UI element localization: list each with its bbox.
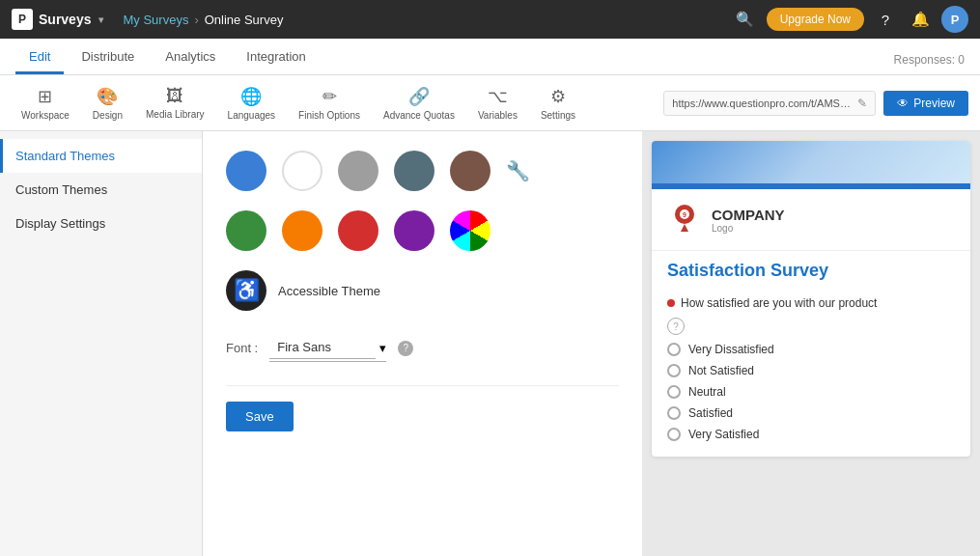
survey-header: [652, 141, 970, 189]
tab-edit[interactable]: Edit: [15, 42, 64, 74]
workspace-tool[interactable]: ⊞ Workspace: [12, 82, 79, 125]
url-edit-icon[interactable]: ✎: [857, 97, 867, 110]
design-icon: 🎨: [97, 86, 118, 107]
media-library-icon: 🖼: [166, 86, 183, 106]
toolbar-right: https://www.questionpro.com/t/AMSm7... ✎…: [663, 91, 968, 116]
preview-icon: 👁: [897, 97, 909, 110]
font-select-wrapper: Fira Sans Arial Roboto ▾: [269, 334, 386, 362]
notifications-button[interactable]: 🔔: [907, 6, 934, 33]
theme-dark-gray[interactable]: [394, 151, 434, 191]
sidebar-item-display-settings[interactable]: Display Settings: [0, 207, 202, 240]
languages-icon: 🌐: [240, 86, 262, 107]
settings-icon: ⚙: [550, 86, 566, 107]
accessible-theme-icon[interactable]: ♿: [226, 270, 266, 311]
toolbar: ⊞ Workspace 🎨 Design 🖼 Media Library 🌐 L…: [0, 75, 980, 131]
company-sub: Logo: [712, 223, 785, 234]
theme-blue[interactable]: [226, 151, 266, 191]
main-content: Standard Themes Custom Themes Display Se…: [0, 131, 980, 556]
app-dropdown-arrow[interactable]: ▾: [98, 14, 103, 25]
question-help-icon: ?: [667, 318, 685, 335]
variables-icon: ⌥: [488, 86, 508, 107]
help-button[interactable]: ?: [872, 6, 899, 33]
url-text: https://www.questionpro.com/t/AMSm7...: [672, 97, 852, 109]
preview-button[interactable]: 👁 Preview: [883, 91, 968, 116]
option-very-satisfied[interactable]: Very Satisfied: [667, 428, 955, 441]
settings-tool[interactable]: ⚙ Settings: [531, 82, 585, 125]
survey-title-area: Satisfaction Survey: [652, 251, 970, 289]
option-very-dissatisfied[interactable]: Very Dissatisfied: [667, 343, 955, 356]
theme-settings-icon[interactable]: 🔧: [506, 159, 530, 182]
option-neutral[interactable]: Neutral: [667, 385, 955, 399]
search-button[interactable]: 🔍: [732, 6, 759, 33]
theme-green[interactable]: [226, 210, 266, 251]
font-label: Font :: [226, 341, 258, 355]
font-dropdown-arrow: ▾: [379, 341, 386, 355]
app-logo[interactable]: P Surveys ▾: [12, 9, 103, 30]
save-button[interactable]: Save: [226, 402, 294, 431]
advance-quotas-tool[interactable]: 🔗 Advance Quotas: [374, 82, 464, 125]
sidebar-item-custom-themes[interactable]: Custom Themes: [0, 173, 202, 207]
required-dot: [667, 299, 675, 307]
survey-url-bar: https://www.questionpro.com/t/AMSm7... ✎: [663, 91, 876, 116]
svg-text:9: 9: [683, 211, 686, 218]
sidebar-item-standard-themes[interactable]: Standard Themes: [0, 139, 202, 173]
tab-bar: Edit Distribute Analytics Integration Re…: [0, 39, 980, 75]
breadcrumb-link[interactable]: My Surveys: [123, 13, 188, 27]
company-logo-icon: 9: [667, 201, 702, 238]
accessible-theme-label: Accessible Theme: [278, 284, 380, 298]
radio-circle: [667, 406, 681, 420]
top-bar-right: 🔍 Upgrade Now ? 🔔 P: [732, 6, 968, 33]
radio-circle: [667, 428, 681, 441]
preview-panel: 9 COMPANY Logo Satisfaction Survey How s…: [642, 131, 980, 556]
finish-options-tool[interactable]: ✏ Finish Options: [289, 82, 370, 125]
theme-row-1: 🔧: [226, 151, 619, 191]
radio-circle: [667, 385, 681, 399]
theme-orange[interactable]: [282, 210, 322, 251]
upgrade-button[interactable]: Upgrade Now: [767, 8, 864, 31]
theme-row-2: [226, 210, 619, 251]
tab-distribute[interactable]: Distribute: [68, 42, 148, 74]
design-tool[interactable]: 🎨 Design: [83, 82, 132, 125]
finish-options-icon: ✏: [322, 86, 337, 107]
theme-gray[interactable]: [338, 151, 378, 191]
theme-white[interactable]: [282, 151, 322, 191]
theme-multicolor[interactable]: [450, 210, 490, 251]
media-library-tool[interactable]: 🖼 Media Library: [136, 82, 214, 124]
tab-analytics[interactable]: Analytics: [152, 42, 229, 74]
breadcrumb-current: Online Survey: [205, 13, 284, 27]
accessible-theme-row: ♿ Accessible Theme: [226, 270, 619, 311]
theme-brown[interactable]: [450, 151, 490, 191]
app-name: Surveys: [39, 12, 91, 27]
center-panel: 🔧 ♿ Accessible Theme Font : Fira Sans Ar…: [203, 131, 642, 556]
survey-title: Satisfaction Survey: [667, 261, 955, 281]
logo-icon: P: [12, 9, 33, 30]
advance-quotas-icon: 🔗: [408, 86, 430, 107]
survey-body: How satisfied are you with our product ?…: [652, 289, 970, 457]
svg-marker-2: [681, 224, 688, 232]
breadcrumb-separator: ›: [194, 13, 198, 27]
company-text: COMPANY Logo: [712, 207, 785, 234]
user-avatar[interactable]: P: [941, 6, 968, 33]
company-name: COMPANY: [712, 207, 785, 223]
font-row: Font : Fira Sans Arial Roboto ▾ ?: [226, 334, 619, 362]
theme-red[interactable]: [338, 210, 378, 251]
languages-tool[interactable]: 🌐 Languages: [218, 82, 286, 125]
option-not-satisfied[interactable]: Not Satisfied: [667, 364, 955, 377]
top-bar: P Surveys ▾ My Surveys › Online Survey 🔍…: [0, 0, 980, 39]
divider: [226, 385, 619, 386]
breadcrumb: My Surveys › Online Survey: [123, 13, 283, 27]
radio-circle: [667, 364, 681, 377]
radio-circle: [667, 343, 681, 356]
font-help-icon[interactable]: ?: [398, 341, 413, 356]
responses-count: Responses: 0: [894, 53, 965, 74]
workspace-icon: ⊞: [38, 86, 52, 107]
option-satisfied[interactable]: Satisfied: [667, 406, 955, 420]
sidebar: Standard Themes Custom Themes Display Se…: [0, 131, 203, 556]
theme-purple[interactable]: [394, 210, 434, 251]
survey-card: 9 COMPANY Logo Satisfaction Survey How s…: [652, 141, 970, 457]
tab-integration[interactable]: Integration: [233, 42, 319, 74]
font-select[interactable]: Fira Sans Arial Roboto: [269, 336, 376, 359]
question-label: How satisfied are you with our product: [667, 296, 955, 310]
survey-logo-area: 9 COMPANY Logo: [652, 189, 970, 251]
variables-tool[interactable]: ⌥ Variables: [468, 82, 527, 125]
